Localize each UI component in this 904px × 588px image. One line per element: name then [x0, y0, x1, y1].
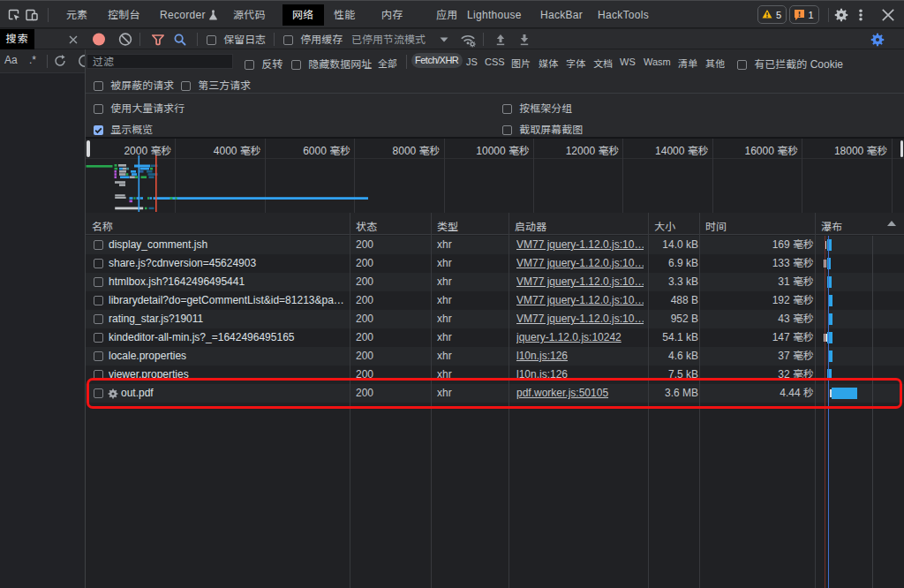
initiator-link[interactable]: VM77 jquery-1.12.0.js:10…: [516, 275, 644, 288]
column-header-type[interactable]: 类型: [437, 218, 458, 233]
cell-initiator[interactable]: VM77 jquery-1.12.0.js:10…: [516, 236, 644, 254]
network-conditions-icon[interactable]: [460, 33, 477, 48]
disable-cache-checkbox[interactable]: 停用缓存: [283, 31, 343, 46]
row-checkbox[interactable]: [94, 296, 103, 305]
filter-type-[interactable]: 全部: [378, 56, 397, 70]
group-by-frame-checkbox[interactable]: 按框架分组: [502, 100, 572, 115]
filter-icon[interactable]: [151, 33, 165, 47]
inspect-icon[interactable]: [7, 8, 21, 22]
refresh-icon[interactable]: [53, 54, 67, 68]
timeline-overview[interactable]: 2000 毫秒4000 毫秒6000 毫秒8000 毫秒10000 毫秒1200…: [86, 139, 904, 213]
cell-size: 952 B: [652, 310, 698, 328]
capture-screenshots-checkbox[interactable]: 截取屏幕截图: [502, 121, 583, 136]
filter-type-fetchxhr[interactable]: Fetch/XHR: [411, 53, 463, 68]
row-checkbox[interactable]: [94, 351, 103, 361]
tab-panel-5[interactable]: 性能: [324, 4, 365, 26]
request-row[interactable]: kindeditor-all-min.js?_=1642496495165200…: [86, 328, 904, 347]
throttling-dropdown-icon[interactable]: [440, 37, 448, 42]
invert-checkbox[interactable]: 反转: [245, 56, 282, 71]
ruler-label: 12000 毫秒: [566, 142, 620, 157]
cell-name: librarydetail?do=getCommentList&id=81213…: [109, 291, 344, 310]
column-header-status[interactable]: 状态: [356, 218, 377, 233]
issues-badge[interactable]: 1: [789, 5, 819, 24]
network-settings-gear-icon[interactable]: [870, 33, 885, 47]
row-checkbox[interactable]: [94, 277, 103, 287]
initiator-link[interactable]: VM77 jquery-1.12.0.js:10…: [516, 294, 644, 306]
column-header-waterfall[interactable]: 瀑布: [821, 218, 842, 233]
initiator-link[interactable]: VM77 jquery-1.12.0.js:10…: [516, 238, 644, 251]
clear-search-icon[interactable]: [78, 54, 85, 68]
settings-gear-icon[interactable]: [834, 8, 848, 22]
big-request-rows-checkbox[interactable]: 使用大量请求行: [94, 100, 185, 115]
row-checkbox[interactable]: [94, 314, 103, 324]
more-options-icon[interactable]: [854, 8, 868, 22]
cell-initiator[interactable]: VM77 jquery-1.12.0.js:10…: [516, 310, 644, 328]
close-devtools-icon[interactable]: [882, 9, 894, 21]
tab-panel-4[interactable]: 网络: [282, 4, 324, 26]
filter-type-[interactable]: 媒体: [539, 56, 558, 70]
blocked-cookies-checkbox[interactable]: 有已拦截的 Cookie: [737, 56, 843, 71]
column-header-initiator[interactable]: 启动器: [515, 218, 546, 233]
column-header-time[interactable]: 时间: [705, 218, 727, 233]
search-icon[interactable]: [173, 33, 187, 47]
third-party-checkbox[interactable]: 第三方请求: [181, 77, 251, 92]
ruler-label: 4000 毫秒: [214, 142, 261, 157]
cell-initiator[interactable]: VM77 jquery-1.12.0.js:10…: [516, 273, 644, 291]
request-row[interactable]: display_comment.jsh200xhrVM77 jquery-1.1…: [86, 236, 904, 254]
export-har-icon[interactable]: [517, 33, 531, 47]
filter-input[interactable]: 过滤: [87, 54, 233, 69]
clear-icon[interactable]: [118, 32, 132, 46]
close-search-icon[interactable]: [67, 34, 79, 46]
search-pane-title[interactable]: 搜索: [0, 29, 34, 49]
cell-initiator[interactable]: l10n.js:126: [516, 347, 644, 366]
match-case-button[interactable]: Aa: [4, 54, 18, 66]
row-checkbox[interactable]: [94, 333, 103, 343]
cell-initiator[interactable]: jquery-1.12.0.js:10242: [516, 328, 644, 347]
show-overview-checkbox[interactable]: 显示概览: [94, 121, 153, 136]
throttling-select[interactable]: 已停用节流模式: [351, 33, 426, 47]
cell-initiator[interactable]: VM77 jquery-1.12.0.js:10…: [516, 254, 644, 273]
tab-hackbar[interactable]: HackBar: [531, 4, 592, 26]
filter-type-js[interactable]: JS: [466, 57, 478, 67]
column-header-size[interactable]: 大小: [654, 218, 675, 233]
filter-type-ws[interactable]: WS: [620, 57, 636, 67]
filter-type-[interactable]: 其他: [705, 56, 725, 70]
cell-initiator[interactable]: VM77 jquery-1.12.0.js:10…: [516, 291, 644, 310]
request-row[interactable]: share.js?cdnversion=45624903200xhrVM77 j…: [86, 254, 904, 273]
request-row[interactable]: librarydetail?do=getCommentList&id=81213…: [86, 291, 904, 310]
tab-panel-1[interactable]: 控制台: [98, 4, 150, 26]
filter-type-css[interactable]: CSS: [485, 57, 505, 67]
request-row[interactable]: rating_star.js?19011200xhrVM77 jquery-1.…: [86, 310, 904, 328]
filter-type-wasm[interactable]: Wasm: [644, 57, 671, 67]
row-checkbox[interactable]: [94, 240, 103, 250]
tab-lighthouse[interactable]: Lighthouse: [457, 4, 531, 26]
filter-type-[interactable]: 字体: [566, 56, 585, 70]
record-button[interactable]: [92, 32, 107, 47]
tab-label: 元素: [66, 9, 88, 21]
row-checkbox[interactable]: [94, 259, 103, 268]
tab-hacktools[interactable]: HackTools: [588, 4, 659, 26]
initiator-link[interactable]: VM77 jquery-1.12.0.js:10…: [516, 257, 644, 269]
import-har-icon[interactable]: [493, 33, 508, 47]
filter-type-[interactable]: 图片: [511, 56, 531, 70]
column-header-name[interactable]: 名称: [92, 218, 113, 233]
blocked-requests-checkbox[interactable]: 被屏蔽的请求: [94, 77, 174, 92]
overview-right-grip[interactable]: [900, 140, 904, 157]
tab-panel-6[interactable]: 内存: [372, 4, 413, 26]
tab-panel-3[interactable]: 源代码: [223, 4, 275, 26]
request-row[interactable]: htmlbox.jsh?1642496495441200xhrVM77 jque…: [86, 273, 904, 291]
device-toolbar-icon[interactable]: [25, 8, 39, 22]
preserve-log-checkbox[interactable]: 保留日志: [207, 31, 266, 46]
regex-button[interactable]: .*: [29, 54, 36, 66]
initiator-link[interactable]: jquery-1.12.0.js:10242: [516, 331, 622, 343]
overview-left-grip[interactable]: [87, 140, 90, 157]
filter-type-[interactable]: 文档: [593, 56, 613, 70]
tab-recorder[interactable]: Recorder: [150, 4, 228, 26]
tab-panel-0[interactable]: 元素: [56, 4, 98, 26]
warnings-badge[interactable]: 5: [757, 5, 787, 24]
filter-type-[interactable]: 清单: [678, 56, 697, 70]
request-row[interactable]: locale.properties200xhrl10n.js:1264.6 kB…: [86, 347, 904, 366]
initiator-link[interactable]: l10n.js:126: [516, 350, 568, 362]
initiator-link[interactable]: VM77 jquery-1.12.0.js:10…: [516, 313, 644, 325]
hide-data-urls-checkbox[interactable]: 隐藏数据网址: [291, 56, 372, 71]
